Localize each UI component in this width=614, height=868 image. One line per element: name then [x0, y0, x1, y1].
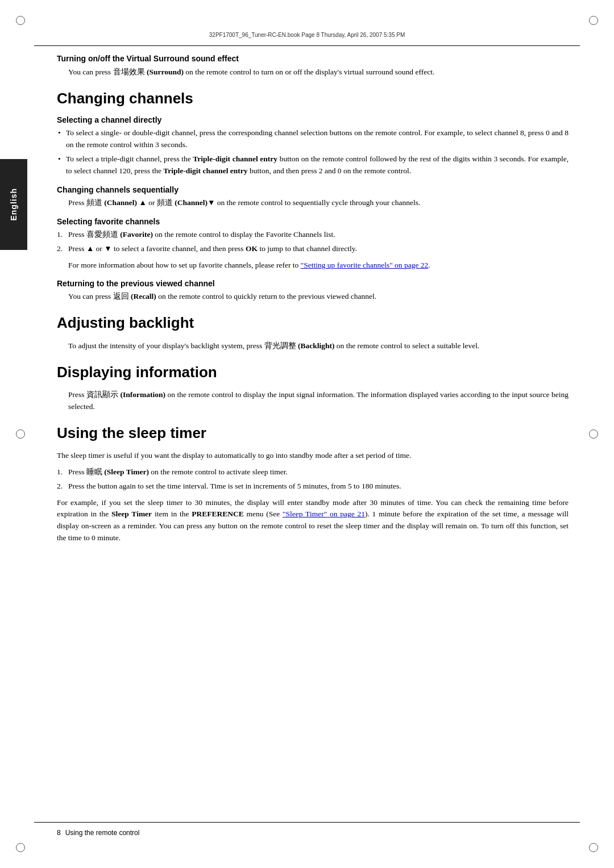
list-item: 1. Press 睡眠 (Sleep Timer) on the remote … [57, 466, 569, 478]
sidebar-tab: English [0, 159, 27, 250]
crop-mark-top-left [16, 16, 25, 25]
displaying-information-heading: Displaying information [57, 364, 569, 381]
sleep-timer-heading: Using the sleep timer [57, 424, 569, 442]
section-changing-sequentially: Changing channels sequentially Press 頻道 … [57, 185, 569, 209]
selecting-directly-title: Selecting a channel directly [57, 115, 569, 124]
section-sleep-timer: Using the sleep timer The sleep timer is… [57, 424, 569, 545]
footer-text: Using the remote control [65, 829, 140, 837]
file-info-text: 32PF1700T_96_Tuner-RC-EN.book Page 8 Thu… [209, 32, 405, 38]
returning-previous-body: You can press 返回 (Recall) on the remote … [57, 291, 569, 303]
turning-title: Turning on/off the Virtual Surround soun… [57, 54, 569, 63]
list-item: To select a single- or double-digit chan… [57, 127, 569, 151]
crop-mark-bottom-right [589, 843, 598, 852]
favorite-note: For more information about how to set up… [57, 260, 569, 272]
section-returning-previous: Returning to the previous viewed channel… [57, 279, 569, 303]
favorite-link[interactable]: "Setting up favorite channels" on page 2… [301, 261, 429, 269]
sidebar-tab-label: English [9, 188, 18, 221]
adjusting-backlight-body: To adjust the intensity of your display'… [57, 340, 569, 352]
selecting-favorite-title: Selecting favorite channels [57, 217, 569, 226]
list-item: 2. Press ▲ or ▼ to select a favorite cha… [57, 243, 569, 255]
crop-mark-mid-right [589, 429, 598, 439]
top-rule [34, 45, 580, 46]
section-selecting-favorite: Selecting favorite channels 1. Press 喜愛頻… [57, 217, 569, 272]
section-turning: Turning on/off the Virtual Surround soun… [57, 54, 569, 78]
list-item: 2. Press the button again to set the tim… [57, 481, 569, 493]
favorite-list: 1. Press 喜愛頻道 (Favorite) on the remote c… [57, 229, 569, 255]
list-item: To select a triple-digit channel, press … [57, 153, 569, 177]
page-container: 32PF1700T_96_Tuner-RC-EN.book Page 8 Thu… [0, 0, 614, 868]
crop-mark-top-right [589, 16, 598, 25]
displaying-information-body: Press 資訊顯示 (Information) on the remote c… [57, 389, 569, 413]
sleep-timer-link[interactable]: "Sleep Timer" on page 21 [283, 510, 365, 518]
file-info-bar: 32PF1700T_96_Tuner-RC-EN.book Page 8 Thu… [45, 32, 569, 38]
selecting-directly-list: To select a single- or double-digit chan… [57, 127, 569, 177]
section-displaying-information: Displaying information Press 資訊顯示 (Infor… [57, 364, 569, 413]
crop-mark-bottom-left [16, 843, 25, 852]
main-content: Turning on/off the Virtual Surround soun… [57, 54, 569, 817]
changing-channels-heading: Changing channels [57, 90, 569, 107]
changing-sequentially-title: Changing channels sequentially [57, 185, 569, 194]
sleep-timer-intro: The sleep timer is useful if you want th… [57, 450, 569, 462]
sleep-timer-note: For example, if you set the sleep timer … [57, 497, 569, 545]
bottom-rule [34, 822, 580, 823]
section-adjusting-backlight: Adjusting backlight To adjust the intens… [57, 314, 569, 352]
section-selecting-directly: Selecting a channel directly To select a… [57, 115, 569, 177]
list-item: 1. Press 喜愛頻道 (Favorite) on the remote c… [57, 229, 569, 241]
adjusting-backlight-heading: Adjusting backlight [57, 314, 569, 332]
footer: 8 Using the remote control [57, 829, 569, 837]
returning-previous-title: Returning to the previous viewed channel [57, 279, 569, 288]
changing-sequentially-body: Press 頻道 (Channel) ▲ or 頻道 (Channel)▼ on… [57, 197, 569, 209]
footer-page-number: 8 [57, 829, 61, 837]
crop-mark-mid-left [16, 429, 25, 439]
sleep-timer-list: 1. Press 睡眠 (Sleep Timer) on the remote … [57, 466, 569, 493]
turning-body: You can press 音場效果 (Surround) on the rem… [57, 66, 569, 78]
